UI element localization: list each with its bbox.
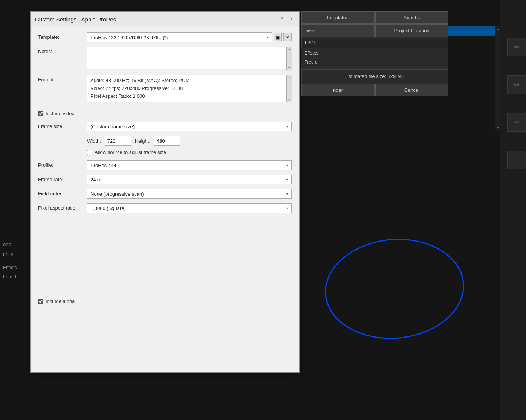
bottom-section: Include alpha <box>38 293 292 304</box>
notes-wrapper: ▲ ▼ <box>87 47 292 70</box>
frame-rate-arrow: ▾ <box>286 178 288 182</box>
allow-source-checkbox[interactable] <box>87 150 92 155</box>
frame-rate-value: 24.0 <box>90 177 100 183</box>
include-video-checkbox[interactable] <box>38 111 43 116</box>
free-label: Free d <box>301 58 448 66</box>
field-order-arrow: ▾ <box>286 192 288 196</box>
render-cancel-row: nder Cancel <box>301 84 448 96</box>
close-button[interactable]: × <box>288 15 295 23</box>
include-alpha-checkbox[interactable] <box>38 299 43 304</box>
template-btn[interactable]: Template... <box>301 11 375 24</box>
custom-settings-dialog: Custom Settings - Apple ProRes ? × Templ… <box>30 11 300 373</box>
height-input[interactable] <box>154 136 180 146</box>
pixel-aspect-label: Pixel aspect ratio: <box>38 203 87 211</box>
render-btn[interactable]: nder <box>301 84 375 96</box>
profile-dropdown[interactable]: ProRes 444 ▾ <box>87 160 292 170</box>
browse-btn[interactable]: wse... <box>301 24 375 37</box>
template-close-icon[interactable]: ✕ <box>283 33 292 41</box>
format-row: Format: Audio: 48.000 Hz; 16 Bit (MAC); … <box>38 75 292 102</box>
content-spacer <box>38 218 292 285</box>
frame-rate-label: Frame rate: <box>38 175 87 182</box>
about-btn[interactable]: About... <box>375 11 448 24</box>
field-order-row: Field order: None (progressive scan) ▾ <box>38 189 292 199</box>
divider-1 <box>38 107 292 107</box>
effects-text: Effects <box>304 50 318 56</box>
frame-size-row: Frame size: (Custom frame size) ▾ <box>38 122 292 131</box>
project-location-btn[interactable]: Project Location <box>375 24 448 37</box>
include-video-row: Include video <box>38 111 292 116</box>
include-alpha-label: Include alpha <box>46 298 75 304</box>
format-wrapper: Audio: 48.000 Hz; 16 Bit (MAC); Stereo; … <box>87 75 292 102</box>
cancel-btn[interactable]: Cancel <box>375 84 448 96</box>
allow-source-row: Allow source to adjust frame size <box>38 149 292 155</box>
frame-size-arrow: ▾ <box>286 125 288 129</box>
dialog-titlebar: Custom Settings - Apple ProRes ? × <box>31 12 299 27</box>
pixel-aspect-control: 1,0000 (Square) ▾ <box>87 203 292 213</box>
help-button[interactable]: ? <box>278 15 284 23</box>
format-line3: Pixel Aspect Ratio: 1,000 <box>90 93 284 100</box>
format-scroll-up[interactable]: ▲ <box>287 75 292 80</box>
template-dropdown[interactable]: ProRes 422 1920x1080-23.976p (*) ▾ <box>87 32 272 42</box>
output-path: E:\DF <box>301 38 448 48</box>
dialog-title-buttons: ? × <box>278 15 295 23</box>
template-dropdown-row: ProRes 422 1920x1080-23.976p (*) ▾ ▣ ✕ <box>87 32 292 42</box>
field-order-dropdown[interactable]: None (progressive scan) ▾ <box>87 189 292 199</box>
profile-control: ProRes 444 ▾ <box>87 160 292 170</box>
profile-label: Profile: <box>38 160 87 168</box>
pixel-aspect-arrow: ▾ <box>286 206 288 210</box>
estimated-size-text: Estimated file size: 329 MB <box>346 73 405 79</box>
template-row: Template: ProRes 422 1920x1080-23.976p (… <box>38 32 292 42</box>
notes-scroll-up[interactable]: ▲ <box>287 47 292 52</box>
notes-row: Notes: ▲ ▼ <box>38 47 292 70</box>
path-text: E:\DF <box>305 40 317 46</box>
field-order-value: None (progressive scan) <box>90 191 144 197</box>
template-save-icon[interactable]: ▣ <box>274 33 282 41</box>
profile-value: ProRes 444 <box>90 163 116 168</box>
format-scroll-down[interactable]: ▼ <box>287 97 292 102</box>
dimension-row: Width: Height: <box>38 136 292 146</box>
frame-rate-row: Frame rate: 24.0 ▾ <box>38 175 292 184</box>
pixel-aspect-dropdown[interactable]: 1,0000 (Square) ▾ <box>87 203 292 213</box>
profile-arrow: ▾ <box>286 163 288 167</box>
profile-row: Profile: ProRes 444 ▾ <box>38 160 292 170</box>
template-value: ProRes 422 1920x1080-23.976p (*) <box>90 35 168 40</box>
right-side-panel: Template... About... wse... Project Loca… <box>301 11 448 96</box>
frame-size-label: Frame size: <box>38 122 87 129</box>
notes-textarea[interactable] <box>87 47 292 69</box>
include-alpha-row: Include alpha <box>38 298 292 304</box>
notes-scroll-down[interactable]: ▼ <box>287 65 292 70</box>
allow-source-label: Allow source to adjust frame size <box>95 149 166 155</box>
template-dropdown-arrow: ▾ <box>267 35 269 40</box>
frame-rate-control: 24.0 ▾ <box>87 175 292 184</box>
template-control: ProRes 422 1920x1080-23.976p (*) ▾ ▣ ✕ <box>87 32 292 42</box>
format-box: Audio: 48.000 Hz; 16 Bit (MAC); Stereo; … <box>87 75 292 102</box>
effects-label: Effects <box>301 49 448 57</box>
field-order-label: Field order: <box>38 189 87 196</box>
format-label: Format: <box>38 75 87 82</box>
frame-size-dropdown[interactable]: (Custom frame size) ▾ <box>87 122 292 131</box>
pixel-aspect-row: Pixel aspect ratio: 1,0000 (Square) ▾ <box>38 203 292 213</box>
format-line1: Audio: 48.000 Hz; 16 Bit (MAC); Stereo; … <box>90 77 284 85</box>
field-order-control: None (progressive scan) ▾ <box>87 189 292 199</box>
frame-size-value: (Custom frame size) <box>90 124 135 129</box>
template-label: Template: <box>38 32 87 40</box>
browse-row: wse... Project Location <box>301 24 448 37</box>
estimated-size-row: Estimated file size: 329 MB <box>301 69 448 83</box>
format-scrollbar[interactable]: ▲ ▼ <box>286 75 292 102</box>
dialog-content: Template: ProRes 422 1920x1080-23.976p (… <box>31 27 299 315</box>
notes-scrollbar[interactable]: ▲ ▼ <box>286 47 292 70</box>
dialog-title: Custom Settings - Apple ProRes <box>35 16 116 23</box>
width-label: Width: <box>87 138 101 144</box>
format-line2: Video: 24 fps; 720x480 Progressive; SFDB <box>90 85 284 93</box>
free-text: Free d <box>304 59 318 65</box>
width-input[interactable] <box>105 136 131 146</box>
top-button-row: Template... About... <box>301 11 448 24</box>
height-label: Height: <box>135 138 150 144</box>
frame-size-control: (Custom frame size) ▾ <box>87 122 292 131</box>
notes-label: Notes: <box>38 47 87 54</box>
include-video-label: Include video <box>46 111 75 116</box>
frame-rate-dropdown[interactable]: 24.0 ▾ <box>87 175 292 184</box>
pixel-aspect-value: 1,0000 (Square) <box>90 205 126 211</box>
